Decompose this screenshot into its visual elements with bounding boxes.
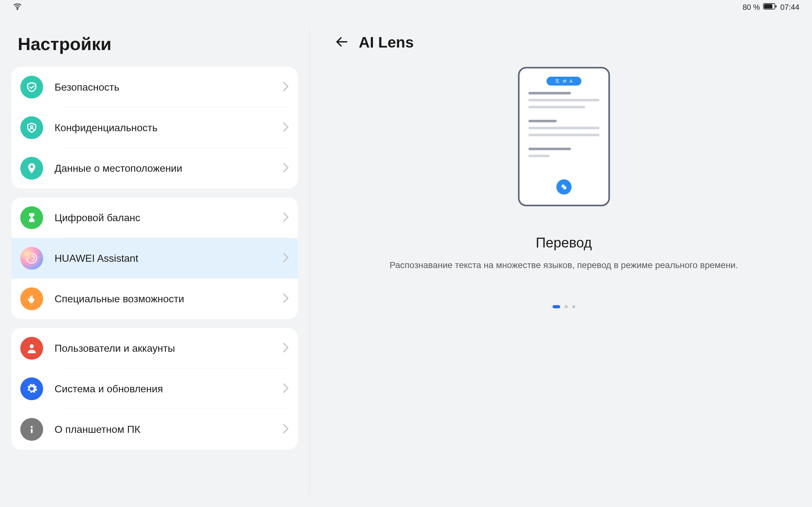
location-icon <box>20 157 43 180</box>
chevron-right-icon <box>283 343 289 354</box>
svg-point-6 <box>31 426 33 428</box>
svg-rect-2 <box>764 4 772 9</box>
settings-group: БезопасностьКонфиденциальностьДанные о м… <box>11 67 298 188</box>
sidebar-item-accessibility[interactable]: Специальные возможности <box>11 279 298 319</box>
touch-icon <box>20 287 43 310</box>
carousel-heading: Перевод <box>536 235 592 250</box>
chevron-right-icon <box>283 424 289 435</box>
sidebar-item-location[interactable]: Данные о местоположении <box>11 148 298 188</box>
detail-title: AI Lens <box>359 34 414 51</box>
svg-rect-7 <box>31 429 32 433</box>
carousel-dot-1[interactable] <box>565 305 568 308</box>
feature-illustration: 文 A <box>518 67 610 206</box>
sidebar-item-privacy[interactable]: Конфиденциальность <box>11 107 298 148</box>
svg-rect-3 <box>775 5 776 8</box>
sidebar-item-digital-balance[interactable]: Цифровой баланс <box>11 198 298 238</box>
svg-point-5 <box>30 344 34 348</box>
status-bar: 80 % 07:44 <box>0 0 812 14</box>
svg-rect-10 <box>563 186 566 189</box>
privacy-icon <box>20 116 43 139</box>
settings-group: Цифровой балансHUAWEI AssistantСпециальн… <box>11 198 298 319</box>
translate-fab-icon <box>556 179 571 194</box>
chevron-right-icon <box>283 212 289 223</box>
sidebar-item-huawei-assistant[interactable]: HUAWEI Assistant <box>11 238 298 279</box>
wifi-icon <box>13 2 22 13</box>
feature-carousel[interactable]: 文 A <box>335 64 793 507</box>
carousel-dot-0[interactable] <box>553 305 560 308</box>
battery-icon <box>763 3 777 12</box>
sidebar-item-label: Безопасность <box>55 81 283 93</box>
swirl-icon <box>20 247 43 270</box>
sidebar-item-label: Цифровой баланс <box>55 212 283 224</box>
sidebar-item-users-accounts[interactable]: Пользователи и аккаунты <box>11 328 298 369</box>
settings-sidebar: Настройки БезопасностьКонфиденциальность… <box>0 14 309 507</box>
page-title: Настройки <box>18 34 298 54</box>
sidebar-item-system-updates[interactable]: Система и обновления <box>11 369 298 409</box>
sidebar-item-label: Данные о местоположении <box>55 163 283 174</box>
sidebar-item-label: Пользователи и аккаунты <box>55 343 283 354</box>
shield-check-icon <box>20 76 43 99</box>
chevron-right-icon <box>283 293 289 304</box>
sidebar-item-label: Конфиденциальность <box>55 122 283 134</box>
info-icon <box>20 418 43 441</box>
pane-divider <box>309 27 310 494</box>
back-button[interactable] <box>335 35 349 50</box>
sidebar-item-security[interactable]: Безопасность <box>11 67 298 107</box>
sidebar-item-label: Специальные возможности <box>55 293 283 305</box>
carousel-dots[interactable] <box>553 305 575 308</box>
chevron-right-icon <box>283 163 289 174</box>
carousel-description: Распознавание текста на множестве языков… <box>390 260 738 270</box>
sidebar-item-about-tablet[interactable]: О планшетном ПК <box>11 409 298 450</box>
sidebar-item-label: HUAWEI Assistant <box>55 252 283 264</box>
carousel-dot-2[interactable] <box>572 305 575 308</box>
svg-point-0 <box>17 9 18 10</box>
person-icon <box>20 337 43 360</box>
chevron-right-icon <box>283 81 289 93</box>
battery-percent: 80 % <box>743 3 760 12</box>
detail-pane: AI Lens 文 A <box>309 14 812 507</box>
settings-group: Пользователи и аккаунтыСистема и обновле… <box>11 328 298 450</box>
sidebar-item-label: О планшетном ПК <box>55 424 283 435</box>
chevron-right-icon <box>283 122 289 133</box>
clock: 07:44 <box>780 3 799 12</box>
translate-pill-icon: 文 A <box>547 77 581 86</box>
chevron-right-icon <box>283 383 289 395</box>
chevron-right-icon <box>283 252 289 264</box>
sidebar-item-label: Система и обновления <box>55 383 283 395</box>
hourglass-icon <box>20 206 43 229</box>
gear-icon <box>20 377 43 400</box>
svg-point-4 <box>31 125 33 128</box>
